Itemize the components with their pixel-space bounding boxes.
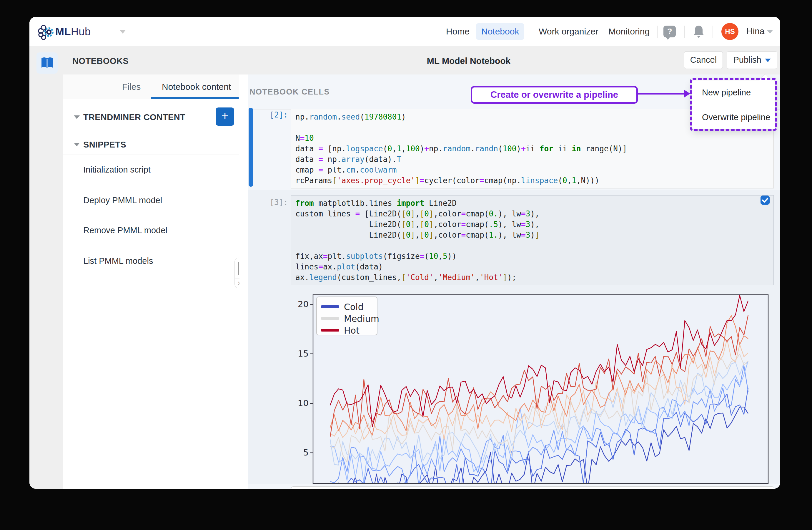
avatar[interactable]: HS [721,23,738,40]
sidebar-item-deploy-pmml-model[interactable]: Deploy PMML model [63,185,239,216]
section-trendminer-content[interactable]: TRENDMINER CONTENT + [63,99,239,134]
top-bar: MLHub HomeNotebookWork organizerMonitori… [29,17,780,46]
nav-item-monitoring[interactable]: Monitoring [603,23,655,40]
code-line [295,240,773,251]
publish-button-label: Publish [733,55,761,65]
code-line: ax.legend(custom_lines,['Cold','Medium',… [295,272,773,283]
tab-notebook-content[interactable]: Notebook content [162,74,231,99]
sidebar-item-remove-pmml-model[interactable]: Remove PMML model [63,216,239,246]
annotation-arrow-head-icon [684,89,690,98]
code-line: N=10 [295,133,773,143]
sidebar-panel-title: NOTEBOOKS [72,56,129,66]
add-content-button[interactable]: + [216,108,234,126]
collapse-chevron-icon[interactable] [74,143,80,147]
code-line: custom_lines = [Line2D([0],[0],color=cma… [295,208,773,219]
menu-item-overwrite-pipeline[interactable]: Overwrite pipeline [692,105,775,129]
notebook-main-panel: NOTEBOOK CELLS [2]: np.random.seed(19780… [240,74,780,489]
cell-2-prompt: [2]: [256,110,288,119]
page-title: ML Model Notebook [248,56,689,66]
publish-dropdown-menu: New pipelineOverwrite pipeline [692,80,775,129]
code-line: Line2D([0],[0],color=cmap(.5), lw=3), [295,219,773,230]
sidebar-item-label: Initialization script [83,165,151,175]
code-line: rcParams['axes.prop_cycle']=cycler(color… [295,175,773,186]
book-icon [41,57,53,69]
header-band: NOTEBOOKS ML Model Notebook Cancel Publi… [29,46,780,75]
annotation-callout: Create or overwrite a pipeline [471,86,638,104]
code-line: Line2D([0],[0],color=cmap(1.), lw=3)] [295,230,773,240]
next-cell-stub[interactable] [291,486,774,489]
sidebar-item-label: Remove PMML model [83,225,168,235]
notebooks-rail-button[interactable] [37,52,58,74]
code-line: lines=ax.plot(data) [295,262,773,272]
collapse-chevron-icon[interactable] [74,115,80,119]
cell-2-selection-bar [249,108,253,187]
cell-3-checkbox[interactable] [760,196,770,205]
help-icon[interactable]: ? [664,26,676,38]
cell-3-prompt: [3]: [256,198,288,207]
topbar-divider [134,17,134,46]
user-chevron-down-icon[interactable] [767,30,773,33]
active-tab-underline [151,97,239,99]
nav-item-notebook[interactable]: Notebook [476,23,524,40]
section-label: SNIPPETS [83,140,126,150]
app-window: MLHub HomeNotebookWork organizerMonitori… [29,17,780,489]
code-line: data = [np.logspace(0,1,100)+np.random.r… [295,143,773,154]
sidebar-tabs: Files Notebook content [63,74,239,99]
sidebar: Files Notebook content TRENDMINER CONTEN… [63,74,240,489]
user-name[interactable]: Hina [746,26,765,36]
sidebar-item-label: Deploy PMML model [83,196,162,205]
sidebar-item-list-pmml-models[interactable]: List PMML models [63,246,239,277]
code-line: fix,ax=plt.subplots(figsize=(10,5)) [295,251,773,262]
check-icon [760,196,770,205]
cancel-button[interactable]: Cancel [684,51,723,69]
sidebar-item-initialization-script[interactable]: Initialization script [63,155,239,186]
section-label: TRENDMINER CONTENT [83,112,185,122]
tab-files[interactable]: Files [122,74,141,99]
mlhub-logo-text: MLHub [55,26,91,38]
screenshot-stage: MLHub HomeNotebookWork organizerMonitori… [0,0,812,530]
sidebar-item-label: List PMML models [83,256,153,266]
section-snippets[interactable]: SNIPPETS [63,134,239,155]
code-line: data = np.array(data).T [295,154,773,165]
left-rail [29,74,63,489]
nav-item-home[interactable]: Home [441,23,475,40]
code-line: cmap = plt.cm.coolwarm [295,165,773,175]
mlhub-logo-icon [38,24,55,40]
publish-caret-icon [765,59,771,62]
bell-icon[interactable] [693,25,705,39]
nav-separator [657,26,657,38]
gear-icon [45,28,53,36]
nav-separator [684,26,685,38]
code-line: from matplotlib.lines import Line2D [295,198,773,208]
cells-header: NOTEBOOK CELLS [249,87,330,97]
cell-3-code-editor[interactable]: from matplotlib.lines import Line2Dcusto… [291,195,774,285]
publish-button[interactable]: Publish [727,51,777,69]
annotation-arrow-line [638,93,685,95]
nav-item-work-organizer[interactable]: Work organizer [533,23,604,40]
logo-chevron-down-icon[interactable] [119,30,126,33]
